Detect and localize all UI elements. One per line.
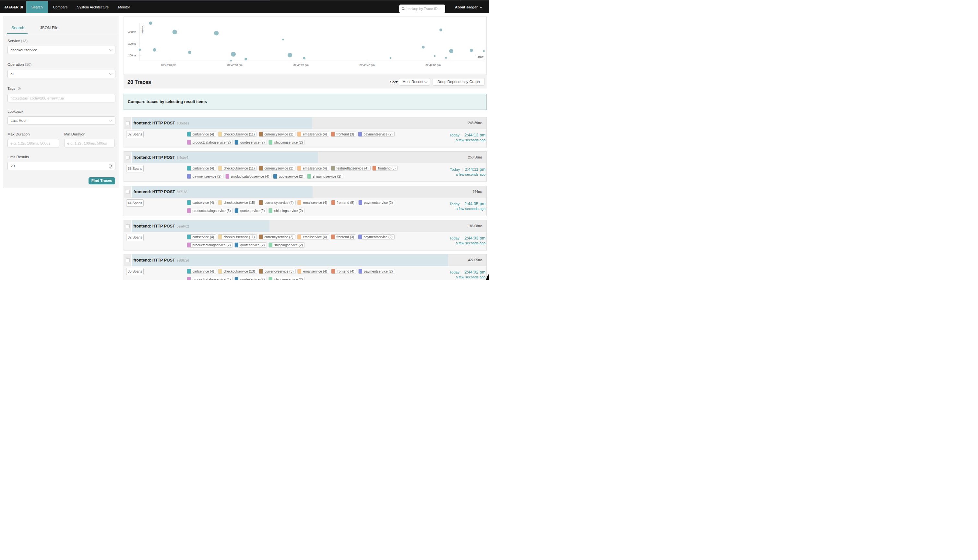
svg-text:02:43:00 pm: 02:43:00 pm [227, 63, 242, 67]
svg-text:300ms: 300ms [128, 42, 136, 45]
svg-text:400ms: 400ms [128, 31, 136, 34]
svg-text:02:44:00 pm: 02:44:00 pm [426, 63, 441, 67]
svg-text:02:42:40 pm: 02:42:40 pm [161, 63, 177, 67]
svg-text:Duration: Duration [141, 25, 144, 34]
svg-text:Time: Time [476, 55, 484, 59]
svg-text:200ms: 200ms [128, 54, 136, 57]
svg-text:02:43:20 pm: 02:43:20 pm [294, 63, 309, 67]
svg-text:?: ? [18, 88, 20, 90]
svg-text:02:43:40 pm: 02:43:40 pm [359, 63, 374, 67]
